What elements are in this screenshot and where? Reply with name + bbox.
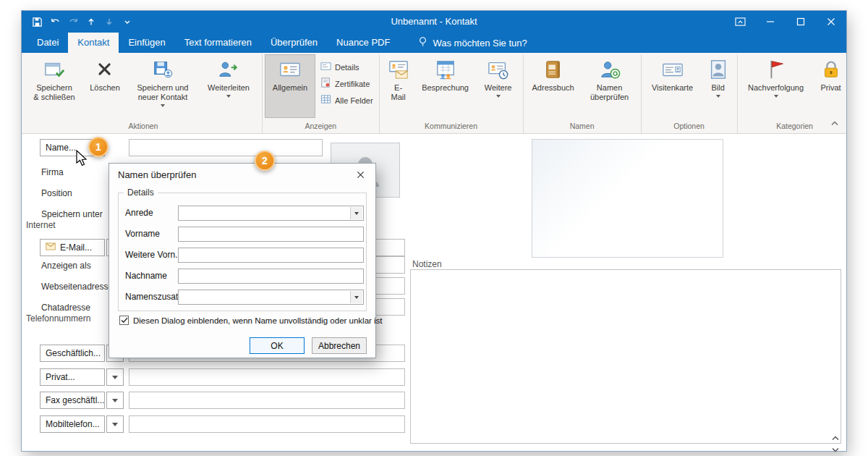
delete-button[interactable]: Löschen [82,54,128,118]
save-icon[interactable] [29,14,45,30]
phone-mobil-dropdown[interactable] [106,415,124,433]
anrede-select[interactable] [178,206,364,221]
phone-privat-dropdown[interactable] [106,368,124,386]
collapse-ribbon-icon[interactable] [830,117,839,130]
save-new-contact-icon [151,58,174,81]
phone-fax-dropdown[interactable] [106,392,124,409]
ribbon-group-anzeigen: Allgemein Details Zertifikate Alle Felde… [263,54,380,133]
scroll-down-button[interactable] [829,444,842,455]
ribbon-group-namen: Adressbuch Namen überprüfen Namen [524,54,642,133]
nachverfolgung-button[interactable]: Nachverfolgung [740,54,812,118]
contact-card-icon [278,58,302,81]
tab-kontakt[interactable]: Kontakt [68,33,119,53]
tell-me-box[interactable]: Was möchten Sie tun? [418,33,527,53]
more-card-clock-icon [487,58,510,81]
namenszusatz-label: Namenszusatz [125,292,182,302]
ribbon-tab-row: Datei Kontakt Einfügen Text formatieren … [22,33,846,53]
namenszusatz-select[interactable] [178,290,364,305]
weitere-vorn-input[interactable] [178,248,364,263]
ok-button[interactable]: OK [250,337,305,354]
close-button[interactable] [816,11,846,33]
tab-einfuegen[interactable]: Einfügen [119,33,174,53]
tab-text-formatieren[interactable]: Text formatieren [175,33,261,53]
business-card-preview[interactable] [532,139,723,258]
notes-textarea[interactable] [410,269,841,444]
close-icon [357,171,365,179]
phone-privat-button[interactable]: Privat... [40,368,105,386]
privat-button[interactable]: Privat [812,54,846,118]
email-button[interactable]: E- Mail [382,54,415,118]
chevron-down-icon[interactable] [350,207,362,219]
move-down-icon[interactable] [101,14,117,30]
chevron-down-icon[interactable] [350,291,362,303]
phone-mobil-input[interactable] [129,415,405,433]
picture-portrait-icon [707,58,730,81]
window-controls [725,11,846,33]
vorname-input[interactable] [178,227,364,242]
check-names-dialog: Namen überprüfen Details Anrede Vorname … [109,163,376,358]
speichern-unter-label: Speichern unter [41,209,103,219]
undo-icon[interactable] [47,14,63,30]
dialog-close-button[interactable] [345,164,375,185]
weitere-button[interactable]: Weitere [476,54,521,118]
phone-fax-button[interactable]: Fax geschäftl... [40,392,105,409]
dialog-title: Namen überprüfen [118,169,196,180]
dropdown-caret [774,95,778,98]
phone-mobil-button[interactable]: Mobiltelefon... [40,415,105,433]
move-up-icon[interactable] [83,14,99,30]
delete-x-icon [93,58,116,81]
group-label-anzeigen: Anzeigen [265,121,377,133]
internet-section-label: Internet [26,220,56,230]
lightbulb-icon [418,36,427,49]
tab-ueberpruefen[interactable]: Überprüfen [261,33,327,53]
minimize-button[interactable] [755,11,786,33]
dropdown-caret [226,95,231,98]
mouse-cursor [75,150,88,170]
tab-datei[interactable]: Datei [27,33,68,53]
email-icon [387,58,410,81]
cancel-button[interactable]: Abbrechen [312,337,367,354]
bild-button[interactable]: Bild [702,54,735,118]
checkbox-checked-icon[interactable] [119,316,129,325]
ribbon-display-options-icon[interactable] [725,11,755,33]
details-button[interactable]: Details [318,60,375,74]
besprechung-button[interactable]: Besprechung [415,54,476,118]
maximize-button[interactable] [786,11,816,33]
phone-privat-input[interactable] [129,368,405,386]
alle-felder-button[interactable]: Alle Felder [318,93,375,107]
group-label-namen: Namen [526,121,639,133]
redo-icon[interactable] [65,14,81,30]
tab-nuance-pdf[interactable]: Nuance PDF [327,33,399,53]
private-lock-icon [820,58,843,81]
group-label-optionen: Optionen [644,121,735,133]
nachname-input[interactable] [178,269,364,284]
save-and-new-contact-button[interactable]: Speichern und neuer Kontakt [128,54,197,118]
forward-contact-icon [217,58,240,81]
name-input[interactable] [129,139,323,156]
phone-fax-input[interactable] [129,392,405,409]
namen-ueberpruefen-button[interactable]: Namen überprüfen [581,54,639,118]
annotation-step-2: 2 [255,151,275,171]
dropdown-caret [496,95,501,98]
notizen-label: Notizen [412,259,442,269]
phone-geschaeftlich-button[interactable]: Geschäftlich... [40,345,105,362]
details-icon [320,61,331,73]
dropdown-caret [161,104,165,107]
adressbuch-button[interactable]: Adressbuch [526,54,581,118]
customize-qat-icon[interactable] [119,14,135,30]
scroll-up-button[interactable] [829,433,842,443]
outlook-contact-window: Unbenannt - Kontakt Datei Kontakt Einfüg… [22,11,846,451]
dropdown-caret [716,95,720,98]
email-field-button[interactable]: E-Mail... [40,239,105,256]
show-dialog-checkbox-row[interactable]: Diesen Dialog einblenden, wenn Name unvo… [119,316,383,325]
save-and-close-button[interactable]: Speichern & schließen [27,54,82,118]
ribbon-group-optionen: Visitenkarte Bild Optionen [642,54,738,133]
forward-button[interactable]: Weiterleiten [197,54,260,118]
visitenkarte-button[interactable]: Visitenkarte [644,54,702,118]
quick-access-toolbar [22,14,135,30]
allgemein-button[interactable]: Allgemein [265,54,315,118]
zertifikate-button[interactable]: Zertifikate [318,77,375,90]
firma-label: Firma [41,167,64,177]
weitere-vorn-label: Weitere Vorn. [125,250,177,260]
chatadresse-label: Chatadresse [41,303,90,313]
